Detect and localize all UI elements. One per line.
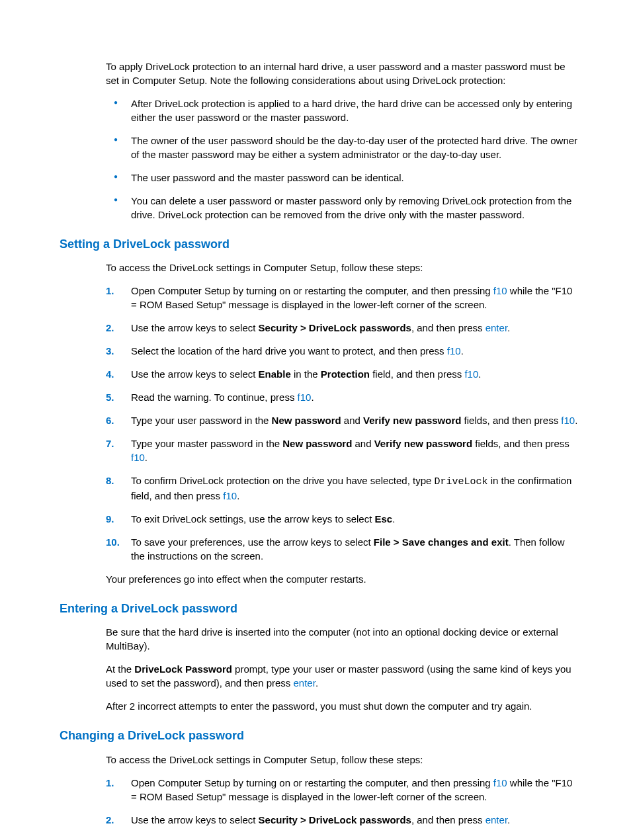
- list-item: Select the location of the hard drive yo…: [106, 344, 578, 358]
- list-item: To confirm DriveLock protection on the d…: [106, 474, 578, 503]
- setting-after: Your preferences go into effect when the…: [106, 572, 578, 586]
- menu-path: Security > DriveLock passwords: [259, 814, 411, 825]
- list-item: You can delete a user password or master…: [106, 194, 578, 222]
- list-item: To save your preferences, use the arrow …: [106, 535, 578, 563]
- list-item: Use the arrow keys to select Security > …: [106, 321, 578, 335]
- key-f10: f10: [561, 415, 575, 426]
- list-item: Read the warning. To continue, press f10…: [106, 390, 578, 404]
- entering-p3: After 2 incorrect attempts to enter the …: [106, 699, 578, 713]
- typed-text: DriveLock: [435, 476, 488, 487]
- key-enter: enter: [485, 814, 507, 825]
- key-enter: enter: [294, 677, 316, 689]
- list-item: Type your user password in the New passw…: [106, 413, 578, 427]
- intro-bullet-list: After DriveLock protection is applied to…: [106, 97, 578, 222]
- list-item: Open Computer Setup by turning on or res…: [106, 776, 578, 804]
- key-f10: f10: [447, 345, 461, 357]
- list-item: Use the arrow keys to select Enable in t…: [106, 367, 578, 381]
- changing-steps-list: Open Computer Setup by turning on or res…: [106, 776, 578, 827]
- list-item: Type your master password in the New pas…: [106, 437, 578, 464]
- heading-setting-drivelock-password: Setting a DriveLock password: [60, 236, 578, 253]
- list-item: The user password and the master passwor…: [106, 171, 578, 185]
- heading-changing-drivelock-password: Changing a DriveLock password: [60, 728, 578, 744]
- key-f10: f10: [493, 285, 507, 296]
- changing-intro: To access the DriveLock settings in Comp…: [106, 753, 578, 767]
- setting-intro: To access the DriveLock settings in Comp…: [106, 261, 578, 274]
- list-item: Open Computer Setup by turning on or res…: [106, 284, 578, 312]
- key-f10: f10: [223, 490, 237, 501]
- heading-entering-drivelock-password: Entering a DriveLock password: [60, 601, 578, 617]
- list-item: To exit DriveLock settings, use the arro…: [106, 512, 578, 526]
- key-f10: f10: [298, 392, 312, 403]
- list-item: The owner of the user password should be…: [106, 134, 578, 161]
- entering-p2: At the DriveLock Password prompt, type y…: [106, 662, 578, 690]
- key-f10: f10: [464, 368, 478, 380]
- key-enter: enter: [485, 322, 507, 333]
- menu-path: Security > DriveLock passwords: [259, 322, 411, 333]
- key-f10: f10: [131, 452, 145, 463]
- entering-p1: Be sure that the hard drive is inserted …: [106, 625, 578, 653]
- list-item: After DriveLock protection is applied to…: [106, 97, 578, 124]
- list-item: Use the arrow keys to select Security > …: [106, 813, 578, 827]
- setting-steps-list: Open Computer Setup by turning on or res…: [106, 284, 578, 563]
- intro-paragraph: To apply DriveLock protection to an inte…: [106, 60, 578, 87]
- key-f10: f10: [493, 777, 507, 788]
